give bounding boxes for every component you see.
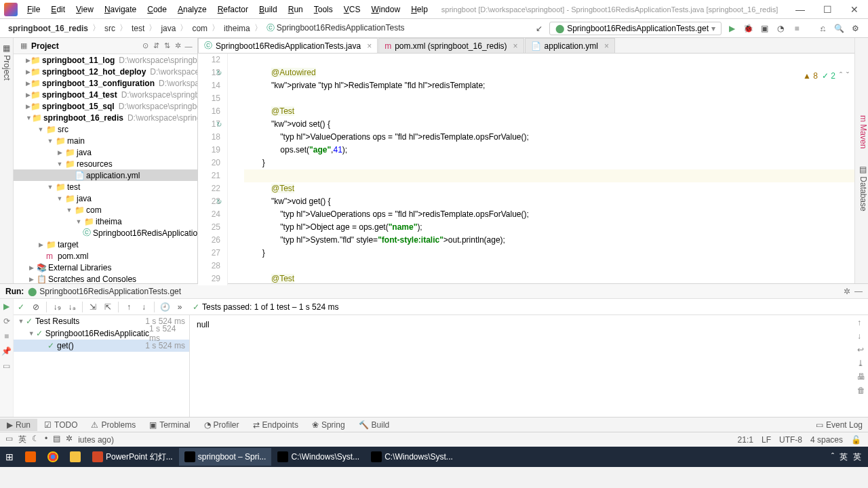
- status-moon-icon[interactable]: ☾: [32, 434, 39, 445]
- breadcrumb-item[interactable]: itheima: [220, 24, 254, 33]
- layout-icon[interactable]: ▭: [3, 361, 10, 371]
- sort-icon[interactable]: ↓₉: [50, 302, 64, 312]
- taskbar-item[interactable]: [64, 448, 86, 466]
- run-configuration-selector[interactable]: ⬤ Springboot16RedisApplicationTests.get …: [549, 22, 722, 35]
- maven-tool-button[interactable]: m Maven: [859, 115, 868, 148]
- menu-analyze[interactable]: Analyze: [172, 2, 212, 17]
- tree-node[interactable]: ▶📁java: [14, 146, 197, 158]
- right-tool-stripe[interactable]: m Maven ▤ Database: [854, 38, 868, 283]
- taskbar-item[interactable]: C:\Windows\Syst...: [366, 448, 458, 466]
- tree-node[interactable]: ⓒSpringboot16RedisApplicatio: [14, 227, 197, 239]
- test-history-icon[interactable]: 🕘: [157, 302, 172, 312]
- taskbar-item[interactable]: ⊞: [0, 448, 19, 466]
- test-console[interactable]: null ↑ ↓ ↩ ⤓ 🖶 🗑: [190, 315, 868, 417]
- tree-node[interactable]: ▶📁target: [14, 239, 197, 250]
- maximize-button[interactable]: ☐: [814, 0, 841, 19]
- menu-view[interactable]: View: [71, 2, 99, 17]
- prev-test-icon[interactable]: ↑: [121, 302, 136, 312]
- tree-node[interactable]: ▶📁springboot_12_hot_deployD:\workspace\s…: [14, 66, 197, 77]
- system-tray[interactable]: ˆ 英 英: [831, 451, 868, 463]
- search-everywhere-icon[interactable]: 🔍: [833, 22, 845, 35]
- close-tab-icon[interactable]: ×: [513, 41, 518, 51]
- taskbar-item[interactable]: [42, 448, 64, 466]
- debug-button[interactable]: 🐞: [742, 22, 754, 35]
- menu-vcs[interactable]: VCS: [338, 2, 366, 17]
- tree-node[interactable]: ▼📁springboot_16_redisD:\workspace\spring…: [14, 112, 197, 123]
- inspection-widget[interactable]: ▲ 8 ✓ 2 ˆˇ: [803, 71, 849, 81]
- tree-node[interactable]: ▼📁itheima: [14, 216, 197, 227]
- rerun-button[interactable]: ▶: [3, 302, 9, 311]
- run-settings-icon[interactable]: ✲: [844, 287, 850, 296]
- profile-button[interactable]: ◔: [774, 22, 787, 35]
- tree-node[interactable]: ▶📁springboot_11_logD:\workspace\springbo…: [14, 54, 197, 66]
- close-tab-icon[interactable]: ×: [367, 41, 372, 51]
- stop-button[interactable]: ■: [791, 22, 803, 35]
- readonly-lock-icon[interactable]: 🔓: [851, 435, 861, 445]
- file-encoding[interactable]: UTF-8: [779, 435, 802, 445]
- next-test-icon[interactable]: ↓: [136, 302, 151, 312]
- taskbar-item[interactable]: PowerPoint 幻灯...: [87, 448, 178, 466]
- line-ending[interactable]: LF: [762, 435, 771, 445]
- taskbar-item[interactable]: [20, 448, 41, 466]
- breadcrumb-item[interactable]: springboot_16_redis: [4, 24, 92, 33]
- ime-indicator-1[interactable]: 英: [840, 451, 848, 463]
- project-label[interactable]: Project: [31, 41, 139, 51]
- vcs-icon[interactable]: ⎌: [816, 22, 829, 35]
- build-icon[interactable]: ↙: [533, 22, 545, 35]
- tree-node[interactable]: ▶📁springboot_13_configurationD:\workspac…: [14, 77, 197, 89]
- tree-node[interactable]: ▼📁main: [14, 135, 197, 146]
- tree-node[interactable]: ▶📁springboot_14_testD:\workspace\springb…: [14, 89, 197, 100]
- menu-tools[interactable]: Tools: [309, 2, 338, 17]
- menu-refactor[interactable]: Refactor: [212, 2, 254, 17]
- tree-node[interactable]: ▼📁test: [14, 181, 197, 192]
- tool-window-button-profiler[interactable]: ◔Profiler: [197, 419, 246, 431]
- menu-help[interactable]: Help: [406, 2, 433, 17]
- tree-node[interactable]: ▶📚External Libraries: [14, 262, 197, 273]
- toggle-auto-test-icon[interactable]: ⟳: [3, 317, 10, 326]
- status-dot-icon[interactable]: •: [45, 434, 47, 445]
- show-passed-icon[interactable]: ✓: [14, 302, 28, 312]
- coverage-button[interactable]: ▣: [758, 22, 770, 35]
- sort-alpha-icon[interactable]: ↓ₐ: [64, 302, 79, 312]
- status-doc-icon[interactable]: ▤: [53, 434, 60, 445]
- pin-icon[interactable]: 📌: [1, 346, 12, 356]
- menu-file[interactable]: File: [22, 2, 45, 17]
- run-hide-icon[interactable]: —: [854, 287, 863, 296]
- scroll-down-icon[interactable]: ↓: [857, 331, 865, 341]
- breadcrumb-item[interactable]: ⓒSpringboot16RedisApplicationTests: [262, 22, 409, 34]
- status-tw-icon[interactable]: ▭: [5, 434, 13, 445]
- tree-node[interactable]: mpom.xml: [14, 250, 197, 262]
- stop-tests-icon[interactable]: ■: [4, 331, 9, 341]
- taskbar-item[interactable]: springboot – Spri...: [179, 448, 272, 466]
- menu-navigate[interactable]: Navigate: [99, 2, 142, 17]
- minimize-button[interactable]: —: [787, 0, 814, 19]
- tree-node[interactable]: ▼📁src: [14, 123, 197, 135]
- test-tree-node[interactable]: ▼✓Springboot16RedisApplicatic1 s 524 ms: [14, 327, 189, 340]
- close-button[interactable]: ✕: [841, 0, 868, 19]
- tool-window-button-run[interactable]: ▶Run: [0, 419, 37, 431]
- run-button[interactable]: ▶: [726, 22, 738, 35]
- hide-icon[interactable]: —: [184, 41, 193, 51]
- tool-window-button-todo[interactable]: ☑TODO: [37, 419, 84, 431]
- select-opened-file-icon[interactable]: ⊙: [140, 41, 150, 51]
- code-editor[interactable]: 1213↻14151617↻181920212223↻242526272829 …: [198, 54, 854, 285]
- settings-icon[interactable]: ⚙: [849, 22, 861, 35]
- editor-tab[interactable]: mpom.xml (springboot_16_redis)×: [378, 38, 524, 53]
- tool-window-button-problems[interactable]: ⚠Problems: [84, 419, 142, 431]
- collapse-all-icon[interactable]: ⇅: [162, 41, 172, 51]
- soft-wrap-icon[interactable]: ↩: [857, 345, 865, 354]
- editor-tab[interactable]: ⓒSpringboot16RedisApplicationTests.java×: [198, 38, 378, 53]
- tree-node[interactable]: ▼📁resources: [14, 158, 197, 169]
- breadcrumb-item[interactable]: com: [188, 24, 212, 33]
- menu-run[interactable]: Run: [283, 2, 309, 17]
- database-tool-button[interactable]: ▤ Database: [859, 165, 868, 211]
- test-tree-node[interactable]: ✓get()1 s 524 ms: [14, 340, 189, 352]
- tool-window-button-spring[interactable]: ❀Spring: [305, 419, 352, 431]
- ime-indicator-2[interactable]: 英: [853, 451, 861, 463]
- menu-build[interactable]: Build: [254, 2, 283, 17]
- left-tool-stripe[interactable]: ▦ Project: [0, 38, 14, 283]
- status-gear-icon[interactable]: ✲: [66, 434, 73, 445]
- collapse-tests-icon[interactable]: ⇱: [100, 302, 115, 312]
- clear-icon[interactable]: 🗑: [857, 386, 865, 395]
- project-tool-button[interactable]: ▦ Project: [2, 43, 12, 81]
